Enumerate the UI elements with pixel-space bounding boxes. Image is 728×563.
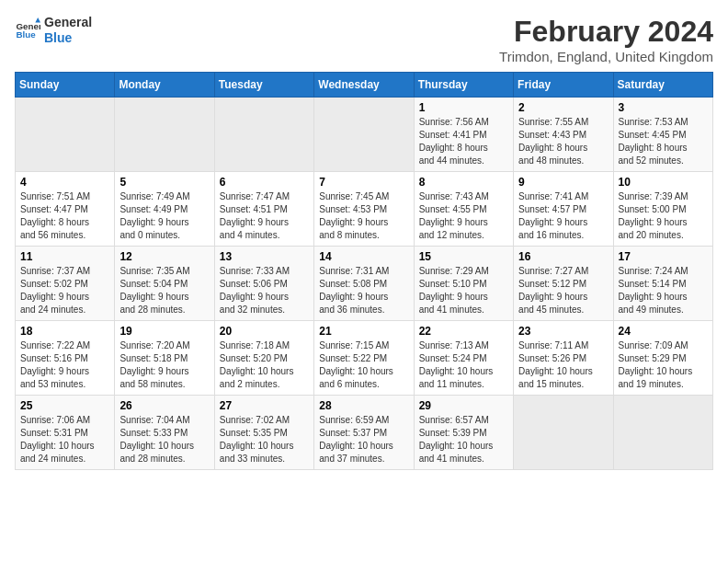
day-number: 20 [220, 325, 309, 338]
header-day-thursday: Thursday [414, 73, 513, 98]
day-number: 22 [419, 325, 508, 338]
logo-text-line1: General [44, 15, 92, 30]
calendar-header-row: SundayMondayTuesdayWednesdayThursdayFrid… [16, 73, 713, 98]
day-info: Sunrise: 7:43 AM Sunset: 4:55 PM Dayligh… [419, 190, 508, 242]
day-info: Sunrise: 7:41 AM Sunset: 4:57 PM Dayligh… [518, 190, 608, 242]
day-info: Sunrise: 7:47 AM Sunset: 4:51 PM Dayligh… [220, 190, 309, 242]
calendar-cell: 12Sunrise: 7:35 AM Sunset: 5:04 PM Dayli… [115, 247, 214, 321]
day-number: 11 [20, 250, 109, 263]
day-number: 21 [319, 325, 408, 338]
day-info: Sunrise: 7:29 AM Sunset: 5:10 PM Dayligh… [419, 265, 508, 316]
day-number: 2 [518, 101, 608, 114]
day-info: Sunrise: 6:59 AM Sunset: 5:37 PM Dayligh… [319, 414, 408, 465]
day-info: Sunrise: 7:31 AM Sunset: 5:08 PM Dayligh… [319, 265, 408, 316]
calendar-cell: 6Sunrise: 7:47 AM Sunset: 4:51 PM Daylig… [214, 172, 313, 247]
day-number: 8 [419, 176, 508, 189]
day-number: 14 [319, 250, 408, 263]
logo-icon: General Blue [15, 17, 40, 43]
calendar-cell: 15Sunrise: 7:29 AM Sunset: 5:10 PM Dayli… [414, 247, 513, 321]
day-info: Sunrise: 7:49 AM Sunset: 4:49 PM Dayligh… [119, 190, 209, 242]
calendar-table: SundayMondayTuesdayWednesdayThursdayFrid… [15, 72, 713, 470]
day-number: 24 [619, 325, 708, 338]
calendar-cell: 22Sunrise: 7:13 AM Sunset: 5:24 PM Dayli… [414, 321, 513, 396]
day-number: 26 [119, 399, 209, 412]
calendar-cell: 8Sunrise: 7:43 AM Sunset: 4:55 PM Daylig… [414, 172, 513, 247]
logo: General Blue General Blue [15, 15, 92, 46]
day-info: Sunrise: 7:24 AM Sunset: 5:14 PM Dayligh… [619, 265, 708, 316]
day-info: Sunrise: 7:09 AM Sunset: 5:29 PM Dayligh… [619, 339, 708, 391]
day-number: 10 [619, 176, 708, 189]
day-number: 5 [119, 176, 209, 189]
calendar-cell: 2Sunrise: 7:55 AM Sunset: 4:43 PM Daylig… [514, 98, 613, 172]
calendar-cell: 26Sunrise: 7:04 AM Sunset: 5:33 PM Dayli… [115, 396, 214, 470]
day-number: 17 [619, 250, 708, 263]
calendar-cell [613, 396, 712, 470]
day-info: Sunrise: 7:04 AM Sunset: 5:33 PM Dayligh… [119, 414, 209, 465]
day-info: Sunrise: 7:20 AM Sunset: 5:18 PM Dayligh… [119, 339, 209, 391]
day-info: Sunrise: 7:33 AM Sunset: 5:06 PM Dayligh… [220, 265, 309, 316]
day-info: Sunrise: 7:13 AM Sunset: 5:24 PM Dayligh… [419, 339, 508, 391]
day-number: 23 [518, 325, 608, 338]
calendar-cell: 21Sunrise: 7:15 AM Sunset: 5:22 PM Dayli… [314, 321, 414, 396]
calendar-cell: 11Sunrise: 7:37 AM Sunset: 5:02 PM Dayli… [16, 247, 115, 321]
day-number: 18 [20, 325, 109, 338]
day-info: Sunrise: 6:57 AM Sunset: 5:39 PM Dayligh… [419, 414, 508, 465]
calendar-cell: 28Sunrise: 6:59 AM Sunset: 5:37 PM Dayli… [314, 396, 414, 470]
day-number: 4 [20, 176, 109, 189]
calendar-cell: 10Sunrise: 7:39 AM Sunset: 5:00 PM Dayli… [613, 172, 712, 247]
calendar-cell: 13Sunrise: 7:33 AM Sunset: 5:06 PM Dayli… [214, 247, 313, 321]
page-header: General Blue General Blue February 2024 … [15, 15, 713, 64]
calendar-cell: 3Sunrise: 7:53 AM Sunset: 4:45 PM Daylig… [613, 98, 712, 172]
day-number: 28 [319, 399, 408, 412]
day-info: Sunrise: 7:56 AM Sunset: 4:41 PM Dayligh… [419, 116, 508, 167]
calendar-week-1: 1Sunrise: 7:56 AM Sunset: 4:41 PM Daylig… [16, 98, 713, 172]
calendar-cell: 27Sunrise: 7:02 AM Sunset: 5:35 PM Dayli… [214, 396, 313, 470]
day-info: Sunrise: 7:02 AM Sunset: 5:35 PM Dayligh… [220, 414, 309, 465]
day-info: Sunrise: 7:15 AM Sunset: 5:22 PM Dayligh… [319, 339, 408, 391]
header-day-friday: Friday [514, 73, 613, 98]
calendar-cell: 25Sunrise: 7:06 AM Sunset: 5:31 PM Dayli… [16, 396, 115, 470]
day-number: 3 [619, 101, 708, 114]
day-info: Sunrise: 7:53 AM Sunset: 4:45 PM Dayligh… [619, 116, 708, 167]
calendar-cell [514, 396, 613, 470]
svg-text:Blue: Blue [16, 29, 36, 40]
day-info: Sunrise: 7:55 AM Sunset: 4:43 PM Dayligh… [518, 116, 608, 167]
header-day-wednesday: Wednesday [314, 73, 414, 98]
calendar-cell: 19Sunrise: 7:20 AM Sunset: 5:18 PM Dayli… [115, 321, 214, 396]
day-info: Sunrise: 7:06 AM Sunset: 5:31 PM Dayligh… [20, 414, 109, 465]
calendar-cell: 1Sunrise: 7:56 AM Sunset: 4:41 PM Daylig… [414, 98, 513, 172]
month-title: February 2024 [499, 15, 713, 49]
day-info: Sunrise: 7:37 AM Sunset: 5:02 PM Dayligh… [20, 265, 109, 316]
calendar-week-4: 18Sunrise: 7:22 AM Sunset: 5:16 PM Dayli… [16, 321, 713, 396]
day-number: 15 [419, 250, 508, 263]
calendar-cell [214, 98, 313, 172]
header-day-tuesday: Tuesday [214, 73, 313, 98]
day-info: Sunrise: 7:11 AM Sunset: 5:26 PM Dayligh… [518, 339, 608, 391]
calendar-cell: 20Sunrise: 7:18 AM Sunset: 5:20 PM Dayli… [214, 321, 313, 396]
day-number: 12 [119, 250, 209, 263]
day-number: 25 [20, 399, 109, 412]
day-number: 29 [419, 399, 508, 412]
title-area: February 2024 Trimdon, England, United K… [499, 15, 713, 64]
day-number: 9 [518, 176, 608, 189]
day-number: 13 [220, 250, 309, 263]
day-info: Sunrise: 7:39 AM Sunset: 5:00 PM Dayligh… [619, 190, 708, 242]
calendar-cell: 14Sunrise: 7:31 AM Sunset: 5:08 PM Dayli… [314, 247, 414, 321]
day-number: 7 [319, 176, 408, 189]
day-number: 6 [220, 176, 309, 189]
calendar-cell [16, 98, 115, 172]
header-day-monday: Monday [115, 73, 214, 98]
day-number: 19 [119, 325, 209, 338]
location-title: Trimdon, England, United Kingdom [499, 49, 713, 64]
day-info: Sunrise: 7:22 AM Sunset: 5:16 PM Dayligh… [20, 339, 109, 391]
day-info: Sunrise: 7:18 AM Sunset: 5:20 PM Dayligh… [220, 339, 309, 391]
calendar-week-3: 11Sunrise: 7:37 AM Sunset: 5:02 PM Dayli… [16, 247, 713, 321]
day-number: 1 [419, 101, 508, 114]
calendar-cell: 18Sunrise: 7:22 AM Sunset: 5:16 PM Dayli… [16, 321, 115, 396]
day-number: 16 [518, 250, 608, 263]
header-day-saturday: Saturday [613, 73, 712, 98]
calendar-cell: 7Sunrise: 7:45 AM Sunset: 4:53 PM Daylig… [314, 172, 414, 247]
calendar-cell: 5Sunrise: 7:49 AM Sunset: 4:49 PM Daylig… [115, 172, 214, 247]
calendar-cell: 17Sunrise: 7:24 AM Sunset: 5:14 PM Dayli… [613, 247, 712, 321]
calendar-cell: 16Sunrise: 7:27 AM Sunset: 5:12 PM Dayli… [514, 247, 613, 321]
